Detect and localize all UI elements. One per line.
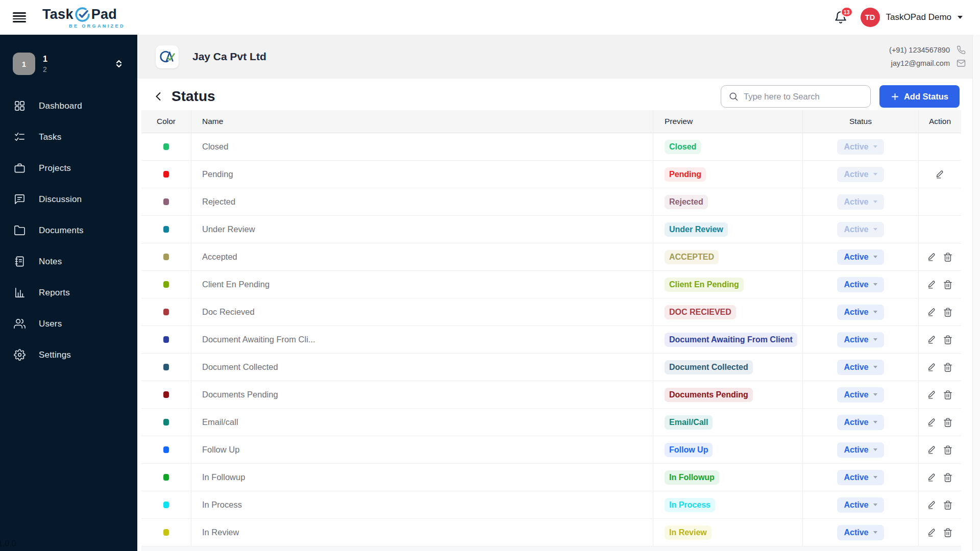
delete-icon[interactable] <box>943 280 953 290</box>
edit-icon[interactable] <box>927 390 937 400</box>
sidebar-item-documents[interactable]: Documents <box>0 215 137 246</box>
color-swatch <box>163 226 169 233</box>
back-button[interactable] <box>153 90 165 103</box>
workspace-switcher[interactable]: 1 1 2 <box>0 35 137 75</box>
delete-icon[interactable] <box>943 362 953 372</box>
sidebar-item-settings[interactable]: Settings <box>0 339 137 370</box>
app-logo: Task Pad BE ORGANIZED <box>42 6 125 29</box>
status-name: Client En Pending <box>202 280 270 289</box>
sidebar-item-label: Settings <box>39 350 71 360</box>
sidebar-item-users[interactable]: Users <box>0 308 137 339</box>
edit-icon[interactable] <box>927 472 937 483</box>
preview-badge: Document Awaiting From Client <box>665 333 797 347</box>
logo-text-task: Task <box>42 7 74 22</box>
status-name: Pending <box>202 169 233 179</box>
chevron-up-down-icon[interactable] <box>113 58 125 70</box>
chevron-down-icon <box>873 476 877 479</box>
scrollbar[interactable] <box>972 35 980 551</box>
chevron-down-icon <box>873 311 877 313</box>
edit-icon[interactable] <box>927 445 937 455</box>
sidebar-item-discussion[interactable]: Discussion <box>0 184 137 215</box>
chevron-down-icon <box>873 393 877 396</box>
table-body: Closed Closed Active Pending Pending Act… <box>141 133 961 546</box>
company-logo <box>156 45 179 68</box>
chevron-down-icon <box>873 421 877 423</box>
color-swatch <box>163 254 169 260</box>
sidebar-item-projects[interactable]: Projects <box>0 153 137 184</box>
preview-badge: In Process <box>665 498 715 512</box>
delete-icon[interactable] <box>943 445 953 455</box>
sidebar-item-reports[interactable]: Reports <box>0 277 137 308</box>
account-menu[interactable]: TaskOPad Demo <box>886 12 963 22</box>
status-dropdown-label: Active <box>844 418 868 427</box>
user-avatar[interactable]: TD <box>861 8 880 27</box>
add-status-button[interactable]: Add Status <box>879 85 960 108</box>
status-name: Documents Pending <box>202 390 278 399</box>
search-input[interactable] <box>744 92 863 102</box>
status-dropdown[interactable]: Active <box>837 470 884 485</box>
company-header: Jay Ca Pvt Ltd (+91) 1234567890 jay12@gm… <box>137 35 980 79</box>
row-actions <box>919 298 961 325</box>
color-swatch <box>163 364 169 370</box>
status-dropdown-label: Active <box>844 197 868 207</box>
sidebar-item-notes[interactable]: Notes <box>0 246 137 277</box>
edit-icon[interactable] <box>927 417 937 428</box>
status-dropdown[interactable]: Active <box>837 497 884 513</box>
table-row: Closed Closed Active <box>141 133 961 161</box>
status-dropdown[interactable]: Active <box>837 249 884 265</box>
delete-icon[interactable] <box>943 528 953 538</box>
status-dropdown[interactable]: Active <box>837 360 884 375</box>
delete-icon[interactable] <box>943 472 953 483</box>
company-email: jay12@gmail.com <box>891 59 966 68</box>
delete-icon[interactable] <box>943 390 953 400</box>
row-actions <box>919 133 961 160</box>
status-dropdown[interactable]: Active <box>837 332 884 347</box>
status-dropdown[interactable]: Active <box>837 442 884 458</box>
company-name: Jay Ca Pvt Ltd <box>192 51 266 63</box>
delete-icon[interactable] <box>943 307 953 317</box>
check-circle-icon <box>74 6 91 23</box>
table-row: In Review In Review Active <box>141 519 961 546</box>
preview-badge: Client En Pending <box>665 278 744 292</box>
table-row: Client En Pending Client En Pending Acti… <box>141 271 961 298</box>
status-dropdown[interactable]: Active <box>837 415 884 430</box>
delete-icon[interactable] <box>943 335 953 345</box>
delete-icon[interactable] <box>943 417 953 428</box>
edit-icon[interactable] <box>935 169 945 180</box>
sidebar-item-dashboard[interactable]: Dashboard <box>0 90 137 121</box>
status-name: Document Collected <box>202 362 278 372</box>
preview-badge: Email/Call <box>665 415 713 430</box>
row-actions <box>919 354 961 381</box>
table-row: Accepted ACCEPTED Active <box>141 243 961 271</box>
row-actions <box>919 409 961 436</box>
table-row: Document Collected Document Collected Ac… <box>141 354 961 381</box>
status-dropdown[interactable]: Active <box>837 387 884 403</box>
sidebar-item-tasks[interactable]: Tasks <box>0 121 137 153</box>
tasks-icon <box>14 131 26 143</box>
company-phone: (+91) 1234567890 <box>889 45 966 55</box>
row-actions <box>919 271 961 298</box>
edit-icon[interactable] <box>927 252 937 262</box>
search-box[interactable] <box>721 85 871 108</box>
notifications-button[interactable]: 13 <box>834 11 847 24</box>
sidebar-item-label: Documents <box>39 226 84 236</box>
hamburger-menu-icon[interactable] <box>13 12 26 22</box>
edit-icon[interactable] <box>927 500 937 510</box>
color-swatch <box>163 419 169 425</box>
delete-icon[interactable] <box>943 252 953 262</box>
edit-icon[interactable] <box>927 528 937 538</box>
status-dropdown[interactable]: Active <box>837 525 884 540</box>
delete-icon[interactable] <box>943 500 953 510</box>
status-dropdown-label: Active <box>844 390 868 399</box>
status-dropdown[interactable]: Active <box>837 277 884 292</box>
edit-icon[interactable] <box>927 307 937 317</box>
sidebar-menu: Dashboard Tasks Projects Discussion Docu… <box>0 90 137 370</box>
edit-icon[interactable] <box>927 335 937 345</box>
settings-icon <box>14 349 26 361</box>
chevron-down-icon <box>873 504 877 506</box>
row-actions <box>919 243 961 270</box>
edit-icon[interactable] <box>927 280 937 290</box>
status-dropdown[interactable]: Active <box>837 305 884 320</box>
sidebar-item-label: Projects <box>39 163 71 173</box>
edit-icon[interactable] <box>927 362 937 372</box>
